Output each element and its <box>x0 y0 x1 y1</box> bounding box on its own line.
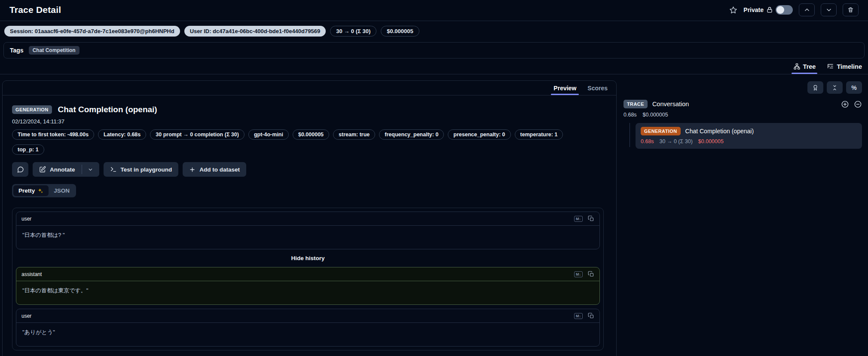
trace-metrics: 0.68s $0.000005 <box>623 112 862 118</box>
trace-detail-page: Trace Detail Private <box>0 0 868 356</box>
message-header: user M↓ <box>16 212 599 226</box>
top-bar-actions: Private <box>729 3 859 16</box>
pretty-view-segment[interactable]: Pretty <box>13 185 49 196</box>
add-to-dataset-button[interactable]: Add to dataset <box>183 162 246 177</box>
message-tools: M↓ <box>574 313 594 319</box>
node-metrics: 0.68s 30 → 0 (Σ 30) $0.000005 <box>641 138 857 144</box>
next-trace-button[interactable] <box>821 3 837 16</box>
trace-node-row[interactable]: TRACE Conversation <box>623 100 862 108</box>
message-tools: M↓ <box>574 215 594 222</box>
token-usage-badge: 30 → 0 (Σ 30) <box>330 26 376 37</box>
node-latency: 0.68s <box>641 138 654 144</box>
collapse-all-button[interactable] <box>827 81 843 94</box>
top-p-pill: top_p: 1 <box>12 144 44 155</box>
delete-trace-button[interactable] <box>843 3 859 16</box>
total-cost-badge: $0.000005 <box>381 26 419 37</box>
hide-history-button[interactable]: Hide history <box>16 249 600 267</box>
comments-button[interactable] <box>12 162 28 177</box>
expand-all-button[interactable] <box>841 100 849 108</box>
generation-type-badge: GENERATION <box>12 105 52 114</box>
annotate-dropdown-button[interactable] <box>82 162 99 177</box>
plus-icon <box>189 166 196 173</box>
copy-icon[interactable] <box>588 215 594 222</box>
observation-preview-panel: Preview Scores GENERATION Chat Completio… <box>2 80 617 356</box>
json-label: JSON <box>54 187 70 194</box>
message-content: "日本の首都は? " <box>16 226 599 249</box>
tab-timeline[interactable]: Timeline <box>827 63 862 74</box>
tab-scores-label: Scores <box>587 85 608 92</box>
message-header: user M↓ <box>16 309 599 323</box>
toggle-knob <box>776 6 784 14</box>
pretty-label: Pretty <box>18 187 35 194</box>
tree-icon <box>793 63 801 70</box>
message-role: assistant <box>21 271 42 277</box>
model-pill[interactable]: gpt-4o-mini <box>248 129 289 140</box>
message-header: assistant M↓ <box>16 267 599 281</box>
stream-pill: stream: true <box>333 129 375 140</box>
message-user-2: user M↓ "ありがとう" <box>16 309 600 347</box>
message-gap <box>16 305 600 309</box>
tree-toolbar: % <box>623 81 862 94</box>
tab-tree-label: Tree <box>803 63 816 70</box>
io-messages-container: user M↓ "日本の首都は? " Hide history <box>12 208 604 350</box>
markdown-toggle-icon[interactable]: M↓ <box>574 313 583 319</box>
copy-icon[interactable] <box>588 313 594 319</box>
circle-plus-icon <box>841 100 849 108</box>
scores-display-button[interactable] <box>807 81 823 94</box>
tab-scores[interactable]: Scores <box>587 85 608 95</box>
node-title: Chat Completion (openai) <box>685 128 754 135</box>
trace-type-badge: TRACE <box>623 100 648 108</box>
observation-metrics-row-2: top_p: 1 <box>12 144 607 155</box>
test-in-playground-button[interactable]: Test in playground <box>104 162 179 177</box>
json-view-segment[interactable]: JSON <box>49 185 75 196</box>
add-to-dataset-label: Add to dataset <box>199 166 240 173</box>
format-toggle: Pretty JSON <box>12 184 76 197</box>
playground-button-label: Test in playground <box>121 166 172 173</box>
preview-tab-underline <box>551 94 579 95</box>
top-bar: Trace Detail Private <box>0 0 868 21</box>
trace-latency: 0.68s <box>623 112 637 118</box>
presence-penalty-pill: presence_penalty: 0 <box>448 129 510 140</box>
message-content: "ありがとう" <box>16 323 599 346</box>
markdown-toggle-icon[interactable]: M↓ <box>574 271 583 277</box>
content-area: Preview Scores GENERATION Chat Completio… <box>0 74 868 356</box>
percent-icon: % <box>851 84 856 91</box>
tag-chip[interactable]: Chat Competition <box>29 46 79 55</box>
time-to-first-token-pill: Time to first token: -498.00s <box>12 129 94 140</box>
panel-tabs: Preview Scores <box>3 81 616 95</box>
prev-trace-button[interactable] <box>799 3 815 16</box>
tab-preview[interactable]: Preview <box>553 85 576 95</box>
tree-guide-line <box>630 123 630 147</box>
markdown-toggle-icon[interactable]: M↓ <box>574 216 583 222</box>
generation-node-card[interactable]: GENERATION Chat Completion (openai) 0.68… <box>636 123 862 149</box>
timeline-icon <box>827 63 834 70</box>
copy-icon[interactable] <box>588 271 594 277</box>
toggle-metrics-button[interactable]: % <box>846 81 862 94</box>
comment-bubble-icon <box>17 166 24 173</box>
annotate-button[interactable]: Annotate <box>33 162 82 177</box>
annotate-button-label: Annotate <box>50 166 75 173</box>
tab-timeline-label: Timeline <box>837 63 862 70</box>
cost-pill: $0.000005 <box>293 129 329 140</box>
meta-badge-row: Session: 01aaacf6-e0fe-457d-a7de-7c1ee08… <box>0 21 868 41</box>
collapse-tree-button[interactable] <box>854 100 862 108</box>
trace-name: Conversation <box>652 101 689 107</box>
message-content: "日本の首都は東京です。" <box>16 281 599 304</box>
latency-pill: Latency: 0.68s <box>98 129 146 140</box>
message-role: user <box>21 216 31 222</box>
session-badge[interactable]: Session: 01aaacf6-e0fe-457d-a7de-7c1ee08… <box>4 26 180 37</box>
temperature-pill: temperature: 1 <box>515 129 563 140</box>
circle-minus-icon <box>854 100 862 108</box>
bookmark-star-button[interactable] <box>729 6 737 14</box>
privacy-toggle[interactable] <box>776 5 793 15</box>
user-id-badge[interactable]: User ID: dc47a41e-06bc-400d-bde1-f0e440d… <box>184 26 326 37</box>
tree-children: GENERATION Chat Completion (openai) 0.68… <box>623 123 862 149</box>
lock-icon <box>766 6 773 13</box>
tab-tree[interactable]: Tree <box>793 63 816 74</box>
node-header: GENERATION Chat Completion (openai) <box>641 127 857 135</box>
message-tools: M↓ <box>574 271 594 277</box>
node-type-badge: GENERATION <box>641 127 681 135</box>
chevron-up-icon <box>804 7 810 13</box>
chevron-down-icon <box>826 7 832 13</box>
trash-icon <box>847 6 854 13</box>
